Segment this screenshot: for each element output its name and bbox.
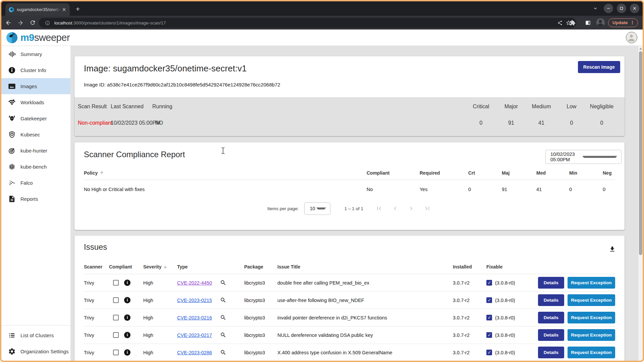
browser-tab[interactable]: sugamdocker35/onetime ✕ [5, 3, 70, 16]
details-button[interactable]: Details [538, 347, 564, 358]
cve-link[interactable]: CVE-2023-0216 [177, 315, 212, 320]
issue-severity: High [143, 298, 177, 303]
image-id: Image ID: a538c7e41ce267f9d60c2af12b10c8… [74, 74, 625, 87]
compliant-checkbox[interactable] [113, 350, 119, 355]
issue-row: Trivy High CVE-2023-0286 [84, 344, 615, 361]
info-icon[interactable] [124, 332, 130, 338]
info-icon[interactable] [124, 349, 130, 356]
next-page-icon[interactable] [407, 204, 416, 213]
share-icon[interactable] [555, 18, 564, 27]
required-header: Required [420, 170, 468, 176]
browser-menu-kebab-icon[interactable]: ⋮ [630, 20, 635, 25]
m9sweeper-logo: m9sweeper [6, 32, 70, 44]
user-avatar[interactable] [626, 32, 637, 43]
major-count: 91 [496, 120, 526, 126]
sidebar-item[interactable]: Images [1, 78, 70, 94]
last-scanned-header: Last Scanned [111, 104, 143, 110]
cve-link[interactable]: CVE-2023-0286 [177, 350, 212, 355]
compliant-checkbox[interactable] [113, 280, 119, 286]
info-icon[interactable] [124, 314, 130, 321]
back-icon[interactable] [3, 18, 13, 28]
first-page-icon[interactable] [375, 204, 383, 213]
gear-icon [7, 347, 16, 356]
scrollbar-thumb[interactable] [639, 51, 642, 255]
forward-icon[interactable] [15, 18, 25, 28]
extensions-puzzle-icon[interactable] [568, 18, 578, 28]
search-icon[interactable] [220, 332, 226, 338]
reload-icon[interactable] [28, 18, 38, 28]
page-scrollbar[interactable] [638, 46, 643, 361]
compliant-checkbox[interactable] [113, 297, 119, 303]
med-header: Med [536, 170, 569, 176]
sidebar-item[interactable]: Organization Settings [1, 343, 70, 359]
sidebar-item[interactable]: Reports [1, 191, 70, 207]
compliant-checkbox[interactable] [113, 332, 119, 338]
running-value: NO [152, 120, 166, 126]
fixable-checkbox [486, 315, 492, 320]
sidebar-item[interactable]: kube-hunter [1, 142, 70, 159]
page-info-icon[interactable] [43, 18, 52, 27]
rescan-image-button[interactable]: Rescan Image [578, 61, 620, 73]
info-icon[interactable] [124, 297, 130, 303]
low-header: Low [556, 104, 587, 110]
details-button[interactable]: Details [538, 312, 564, 323]
tab-search-chevron-icon[interactable] [591, 4, 600, 13]
sidebar-item[interactable]: Summary [1, 46, 70, 62]
request-exception-button[interactable]: Request Exception [568, 347, 615, 358]
info-icon[interactable] [124, 280, 130, 286]
request-exception-button[interactable]: Request Exception [568, 277, 615, 289]
browser-profile-avatar[interactable] [596, 18, 605, 27]
request-exception-button[interactable]: Request Exception [568, 329, 615, 341]
helmet-icon [7, 114, 16, 123]
sidebar-item[interactable]: k kube-bench [1, 159, 70, 175]
sidebar-item[interactable]: Falco [1, 175, 70, 191]
severity-header[interactable]: Severity [143, 264, 177, 269]
issue-severity: High [143, 350, 177, 355]
main-content: Image: sugamdocker35/onetime-secret:v1 R… [71, 46, 638, 361]
list-icon [7, 331, 16, 340]
cve-link[interactable]: CVE-2023-0215 [177, 298, 212, 303]
scan-date-dropdown[interactable]: 10/02/2023 05:00PM [545, 150, 622, 164]
scan-result-header: Scan Result [78, 104, 102, 110]
sidebar-item[interactable]: List of Clusters [1, 327, 70, 343]
cve-link[interactable]: CVE-2023-0217 [177, 333, 212, 338]
search-icon[interactable] [220, 349, 226, 356]
maximize-button[interactable] [617, 4, 626, 13]
side-panel-icon[interactable] [583, 18, 593, 28]
update-button[interactable]: Update ⋮ [608, 18, 638, 27]
sidebar-item[interactable]: Cluster Info [1, 62, 70, 78]
download-icon[interactable] [609, 246, 616, 254]
issue-package: libcrypto3 [244, 298, 277, 303]
request-exception-button[interactable]: Request Exception [568, 294, 615, 306]
close-window-button[interactable] [630, 4, 639, 13]
issue-title-header: Issue Title [277, 264, 453, 269]
maj-value: 91 [502, 187, 536, 192]
new-tab-button[interactable]: + [73, 5, 83, 14]
request-exception-button[interactable]: Request Exception [568, 312, 615, 323]
search-icon[interactable] [220, 314, 226, 321]
page-size-select[interactable]: 10 [304, 202, 330, 215]
compliant-checkbox[interactable] [113, 315, 119, 320]
maj-header: Maj [502, 170, 536, 176]
cve-link[interactable]: CVE-2022-4450 [177, 280, 212, 286]
browser-toolbar: localhost:3000/private/clusters/1/images… [1, 16, 643, 29]
critical-count: 0 [466, 120, 496, 126]
browser-window: sugamdocker35/onetime ✕ + localhost:3000… [0, 0, 644, 362]
scrollbar-up-arrow-icon[interactable] [639, 48, 642, 50]
sidebar-item[interactable]: Gatekeeper [1, 110, 70, 126]
tab-favicon [9, 7, 14, 12]
search-icon[interactable] [220, 297, 226, 303]
url-bar[interactable]: localhost:3000/private/clusters/1/images… [39, 18, 576, 28]
details-button[interactable]: Details [538, 277, 564, 289]
search-icon[interactable] [220, 280, 226, 286]
details-button[interactable]: Details [538, 294, 564, 306]
previous-page-icon[interactable] [391, 204, 399, 213]
tab-close-icon[interactable]: ✕ [61, 7, 67, 13]
policy-header[interactable]: Policy [84, 170, 367, 176]
details-button[interactable]: Details [538, 329, 564, 341]
minimize-button[interactable] [604, 4, 613, 13]
sidebar-item[interactable]: Kubesec [1, 126, 70, 142]
last-page-icon[interactable] [423, 204, 432, 213]
sidebar-item[interactable]: Workloads [1, 94, 70, 110]
issue-scanner: Trivy [84, 280, 109, 286]
